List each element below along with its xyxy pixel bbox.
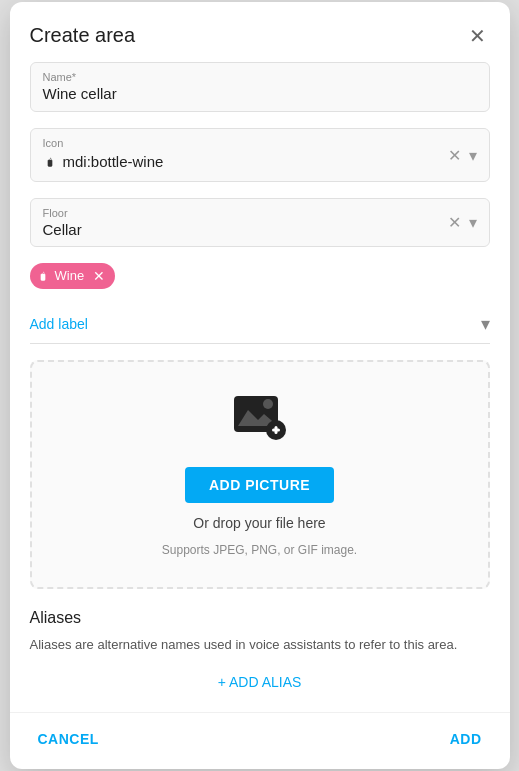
add-alias-label: + ADD ALIAS xyxy=(218,674,302,690)
name-field-group: Name* Wine cellar xyxy=(30,62,490,112)
label-section: Wine ✕ xyxy=(30,263,490,289)
chip-remove-button[interactable]: ✕ xyxy=(89,269,105,283)
icon-value-text: mdi:bottle-wine xyxy=(63,153,164,170)
add-button[interactable]: ADD xyxy=(442,725,490,753)
dialog-header: Create area ✕ xyxy=(10,2,510,62)
clear-icon: ✕ xyxy=(448,213,461,232)
upload-supports-text: Supports JPEG, PNG, or GIF image. xyxy=(162,543,357,557)
add-alias-row[interactable]: + ADD ALIAS xyxy=(30,668,490,696)
chip-label: Wine xyxy=(55,268,85,283)
cancel-label: CANCEL xyxy=(38,731,99,747)
close-icon: ✕ xyxy=(469,26,486,46)
name-label: Name* xyxy=(43,71,477,83)
cancel-button[interactable]: CANCEL xyxy=(30,725,107,753)
create-area-dialog: Create area ✕ Name* Wine cellar Icon xyxy=(10,2,510,770)
aliases-description: Aliases are alternative names used in vo… xyxy=(30,635,490,655)
add-label-row[interactable]: Add label ▾ xyxy=(30,305,490,344)
icon-clear-button[interactable]: ✕ xyxy=(446,143,463,166)
upload-image-icon xyxy=(230,392,290,455)
floor-dropdown-button[interactable]: ▾ xyxy=(467,211,479,234)
name-value: Wine cellar xyxy=(43,85,117,102)
upload-area: ADD PICTURE Or drop your file here Suppo… xyxy=(30,360,490,589)
chip-remove-icon: ✕ xyxy=(93,269,105,283)
close-button[interactable]: ✕ xyxy=(465,22,490,50)
chevron-down-icon: ▾ xyxy=(469,145,477,164)
add-label-chevron-icon: ▾ xyxy=(481,313,490,335)
icon-dropdown-button[interactable]: ▾ xyxy=(467,143,479,166)
floor-label: Floor xyxy=(43,207,477,219)
floor-value-text: Cellar xyxy=(43,221,82,238)
bottle-wine-icon xyxy=(43,151,57,173)
add-picture-label: ADD PICTURE xyxy=(209,477,310,493)
chip-bottle-icon xyxy=(36,267,50,285)
floor-field-actions: ✕ ▾ xyxy=(446,211,479,234)
clear-icon: ✕ xyxy=(448,145,461,164)
name-input-container[interactable]: Name* Wine cellar xyxy=(30,62,490,112)
aliases-section: Aliases Aliases are alternative names us… xyxy=(30,609,490,713)
floor-field-container[interactable]: Floor Cellar ✕ ▾ xyxy=(30,198,490,247)
aliases-title: Aliases xyxy=(30,609,490,627)
upload-or-text: Or drop your file here xyxy=(193,515,325,531)
add-label-text: Add label xyxy=(30,316,88,332)
chevron-down-icon: ▾ xyxy=(469,213,477,232)
dialog-footer: CANCEL ADD xyxy=(10,712,510,769)
floor-clear-button[interactable]: ✕ xyxy=(446,211,463,234)
svg-rect-5 xyxy=(274,426,277,434)
add-picture-button[interactable]: ADD PICTURE xyxy=(185,467,334,503)
add-label: ADD xyxy=(450,731,482,747)
icon-field-group: Icon mdi:bottle-wine ✕ ▾ xyxy=(30,128,490,182)
wine-chip: Wine ✕ xyxy=(30,263,116,289)
icon-label: Icon xyxy=(43,137,477,149)
dialog-wrapper: Create area ✕ Name* Wine cellar Icon xyxy=(0,0,519,771)
scrollable-content: Name* Wine cellar Icon mdi:bottle-wine xyxy=(10,62,510,713)
icon-field-container[interactable]: Icon mdi:bottle-wine ✕ ▾ xyxy=(30,128,490,182)
floor-field-value: Cellar xyxy=(43,221,477,238)
icon-field-actions: ✕ ▾ xyxy=(446,143,479,166)
icon-field-value: mdi:bottle-wine xyxy=(43,151,477,173)
dialog-title: Create area xyxy=(30,24,136,47)
floor-field-group: Floor Cellar ✕ ▾ xyxy=(30,198,490,247)
svg-point-2 xyxy=(263,399,273,409)
